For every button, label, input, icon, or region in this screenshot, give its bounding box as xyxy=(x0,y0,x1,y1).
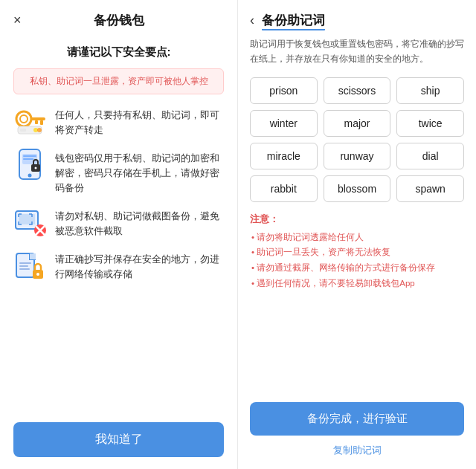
svg-rect-6 xyxy=(20,129,26,132)
mnemonic-cell: rabbit xyxy=(250,175,318,202)
screenshot-icon xyxy=(13,206,46,239)
safety-item-phone: 钱包密码仅用于私钥、助记词的加密和解密，密码只存储在手机上，请做好密码备份 xyxy=(13,148,224,195)
right-header: ‹ 备份助记词 xyxy=(250,0,464,36)
safety-item-phone-text: 钱包密码仅用于私钥、助记词的加密和解密，密码只存储在手机上，请做好密码备份 xyxy=(55,148,224,195)
svg-rect-13 xyxy=(23,158,33,160)
notes-title: 注意： xyxy=(250,213,464,226)
mnemonic-cell: prison xyxy=(250,77,318,104)
phone-icon xyxy=(13,148,46,181)
svg-rect-22 xyxy=(30,253,36,259)
left-footer: 我知道了 xyxy=(13,412,224,469)
key-icon xyxy=(13,105,46,138)
svg-point-1 xyxy=(20,115,28,123)
safety-item-safe: 请正确抄写并保存在安全的地方，勿进行网络传输或存储 xyxy=(13,249,224,282)
svg-rect-25 xyxy=(19,268,30,270)
notes-section: 注意： 请勿将助记词透露给任何人助记词一旦丢失，资产将无法恢复请勿通过截屏、网络… xyxy=(250,213,464,291)
svg-rect-3 xyxy=(40,120,43,125)
right-title: 备份助记词 xyxy=(262,12,325,29)
left-panel: × 备份钱包 请谨记以下安全要点: 私钥、助记词一旦泄露，资产即可被他人掌控 xyxy=(0,0,238,469)
notes-list: 请勿将助记词透露给任何人助记词一旦丢失，资产将无法恢复请勿通过截屏、网络传输的方… xyxy=(250,230,464,291)
mnemonic-cell: twice xyxy=(396,110,464,137)
svg-rect-23 xyxy=(19,262,31,264)
verify-button[interactable]: 备份完成，进行验证 xyxy=(250,402,464,436)
safety-items: 任何人，只要持有私钥、助记词，即可将资产转走 钱包密码仅用于私钥、助记词的加密和… xyxy=(13,105,224,412)
safety-item-safe-text: 请正确抄写并保存在安全的地方，勿进行网络传输或存储 xyxy=(55,249,224,282)
mnemonic-cell: winter xyxy=(250,110,318,137)
mnemonic-cell: blossom xyxy=(324,175,391,202)
safety-item-key-text: 任何人，只要持有私钥、助记词，即可将资产转走 xyxy=(55,105,224,138)
svg-rect-4 xyxy=(35,120,38,124)
svg-rect-2 xyxy=(30,117,45,120)
warning-banner: 私钥、助记词一旦泄露，资产即可被他人掌控 xyxy=(13,68,224,94)
safety-item-screenshot-text: 请勿对私钥、助记词做截图备份，避免被恶意软件截取 xyxy=(55,206,224,239)
safety-item-screenshot: 请勿对私钥、助记词做截图备份，避免被恶意软件截取 xyxy=(13,206,224,239)
notes-item: 助记词一旦丢失，资产将无法恢复 xyxy=(250,245,464,260)
mnemonic-grid: prisonscissorsshipwintermajortwicemiracl… xyxy=(250,77,464,202)
mnemonic-cell: spawn xyxy=(396,175,464,202)
left-title: 备份钱包 xyxy=(94,12,144,29)
svg-point-15 xyxy=(35,167,37,169)
safe-copy-icon xyxy=(13,249,46,282)
svg-point-0 xyxy=(16,111,31,126)
mnemonic-cell: miracle xyxy=(250,143,318,169)
close-icon[interactable]: × xyxy=(13,13,22,28)
svg-rect-12 xyxy=(23,155,36,157)
know-button[interactable]: 我知道了 xyxy=(13,422,224,457)
notes-item: 请勿将助记词透露给任何人 xyxy=(250,230,464,245)
mnemonic-cell: dial xyxy=(396,143,464,169)
back-icon[interactable]: ‹ xyxy=(250,13,254,28)
mnemonic-cell: scissors xyxy=(324,77,391,104)
copy-button[interactable]: 复制助记词 xyxy=(250,444,464,457)
mnemonic-cell: major xyxy=(324,110,391,137)
safety-title: 请谨记以下安全要点: xyxy=(13,45,224,59)
svg-point-11 xyxy=(28,174,32,178)
svg-rect-24 xyxy=(19,265,28,267)
notes-item: 遇到任何情况，请不要轻易卸载钱包App xyxy=(250,276,464,291)
notes-item: 请勿通过截屏、网络传输的方式进行备份保存 xyxy=(250,260,464,276)
svg-point-27 xyxy=(36,273,39,276)
right-footer: 备份完成，进行验证 复制助记词 xyxy=(250,402,464,469)
mnemonic-cell: runway xyxy=(324,143,391,169)
safety-item-key: 任何人，只要持有私钥、助记词，即可将资产转走 xyxy=(13,105,224,138)
svg-point-8 xyxy=(37,128,42,132)
right-desc: 助记词用于恢复钱包或重置钱包密码，将它准确的抄写在纸上，并存放在只有你知道的安全… xyxy=(250,36,464,67)
right-panel: ‹ 备份助记词 助记词用于恢复钱包或重置钱包密码，将它准确的抄写在纸上，并存放在… xyxy=(238,0,476,469)
left-header: × 备份钱包 xyxy=(13,0,224,38)
mnemonic-cell: ship xyxy=(396,77,464,104)
